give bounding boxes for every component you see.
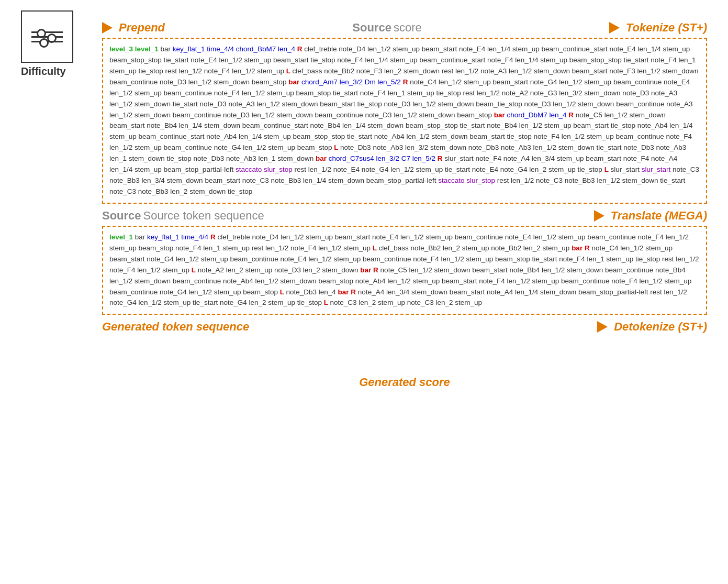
source-score-box: level_3 level_1 bar key_flat_1 time_4/4 … (102, 38, 707, 204)
tok-bar4-red: bar (316, 155, 329, 162)
detokenize-label: Detokenize (ST+) (614, 320, 707, 334)
tok-R3: R (568, 111, 576, 119)
translate-label: Translate (MEGA) (611, 209, 707, 223)
tok-L3: L (604, 166, 611, 173)
tok-chord-dbm7: chord_DbM7 len_4 (507, 111, 569, 119)
source-score-bold: Source (352, 21, 391, 35)
svg-marker-1 (609, 22, 620, 34)
gen-tok-body6: note_Db3 len_4 (286, 288, 338, 296)
bottom-labels-row: Generated token sequence Detokenize (ST+… (102, 320, 707, 334)
gen-tok-body8: note_C3 len_2 stem_up note_C3 len_2 stem… (330, 299, 482, 306)
tok-slur-start2: slur_start (642, 166, 673, 173)
prepend-label: Prepend (119, 21, 165, 35)
icon-line-1 (31, 31, 63, 33)
gen-tok-R1: R (210, 233, 218, 241)
gen-tok-R4: R (351, 288, 358, 296)
tokenize-label: Tokenize (ST+) (626, 21, 707, 35)
gen-tok-level1: level_1 (109, 233, 135, 241)
tok-staccato2: staccato (438, 177, 466, 184)
tok-level1: level_1 (135, 45, 161, 53)
generated-token-box: level_1 bar key_flat_1 time_4/4 R clef_t… (102, 226, 707, 315)
icon-line-3 (31, 41, 63, 42)
gen-tok-L3: L (280, 288, 286, 296)
tok-R2: R (403, 78, 410, 86)
gen-tok-L4: L (324, 299, 330, 306)
tok-R4: R (438, 155, 445, 162)
gen-tok-bar3-red: bar (360, 266, 373, 274)
tok-R1: R (297, 45, 305, 53)
tok-chord-bbm7: chord_BbM7 len_4 (236, 45, 297, 53)
tok-bar1: bar (161, 45, 173, 53)
prepend-arrow-icon (102, 22, 117, 34)
gen-tok-keyflat: key_flat_1 time_4/4 (147, 233, 210, 241)
detokenize-arrow-icon (597, 321, 612, 333)
translate-arrow-icon (594, 210, 609, 222)
tok-bar2-red: bar (288, 78, 301, 86)
mid-labels-row: Source Source token sequence Translate (… (102, 209, 707, 223)
source-token-seq-label: Source token sequence (143, 209, 264, 223)
generated-token-label: Generated token sequence (102, 320, 249, 334)
tok-source-body-8: slur_start (610, 166, 641, 173)
tok-slur-stop1: slur_stop (264, 166, 295, 173)
gen-tok-R2: R (585, 244, 592, 252)
gen-tok-L1: L (373, 244, 379, 252)
tok-L1: L (286, 67, 293, 75)
gen-tok-L2: L (192, 266, 198, 274)
settings-icon (31, 31, 63, 42)
tok-slur-stop2: slur_stop (466, 177, 497, 184)
generated-score-section: Generated score (102, 376, 707, 389)
gen-tok-body4: note_A2 len_2 stem_up note_D3 len_2 stem… (198, 266, 361, 274)
main-container: Difficulty Prepend Source score Tokenize… (0, 0, 728, 400)
logo-box (21, 10, 73, 63)
gen-tok-body2: clef_bass note_Bb2 len_2 stem_up note_Bb… (379, 244, 572, 252)
gen-tok-bar2-red: bar (572, 244, 585, 252)
difficulty-label: Difficulty (21, 65, 66, 78)
tok-source-body-7: rest len_1/2 note_E4 note_G4 len_1/2 ste… (294, 166, 604, 173)
tok-chord-c7sus4: chord_C7sus4 len_3/2 C7 len_5/2 (329, 155, 438, 162)
tok-staccato1: staccato (236, 166, 264, 173)
gen-tok-R3: R (373, 266, 380, 274)
tokenize-arrow-icon (609, 22, 624, 34)
icon-line-2 (31, 36, 63, 38)
tok-level3: level_3 (109, 45, 135, 53)
gen-tok-bar4-red: bar (338, 288, 351, 296)
tok-chord-am7: chord_Am7 len_3/2 Dm len_5/2 (301, 78, 403, 86)
tok-bar3-red: bar (494, 111, 507, 119)
generated-score-label: Generated score (359, 376, 450, 389)
top-labels-row: Prepend Source score Tokenize (ST+) (102, 21, 707, 35)
svg-marker-2 (594, 210, 604, 222)
source-score-label: score (394, 21, 422, 35)
svg-marker-3 (597, 321, 608, 333)
tok-L2: L (334, 144, 340, 151)
svg-marker-0 (102, 22, 113, 34)
gen-tok-bar1: bar (135, 233, 147, 241)
source-bold: Source (102, 209, 141, 223)
tok-keyflat: key_flat_1 time_4/4 (173, 45, 236, 53)
